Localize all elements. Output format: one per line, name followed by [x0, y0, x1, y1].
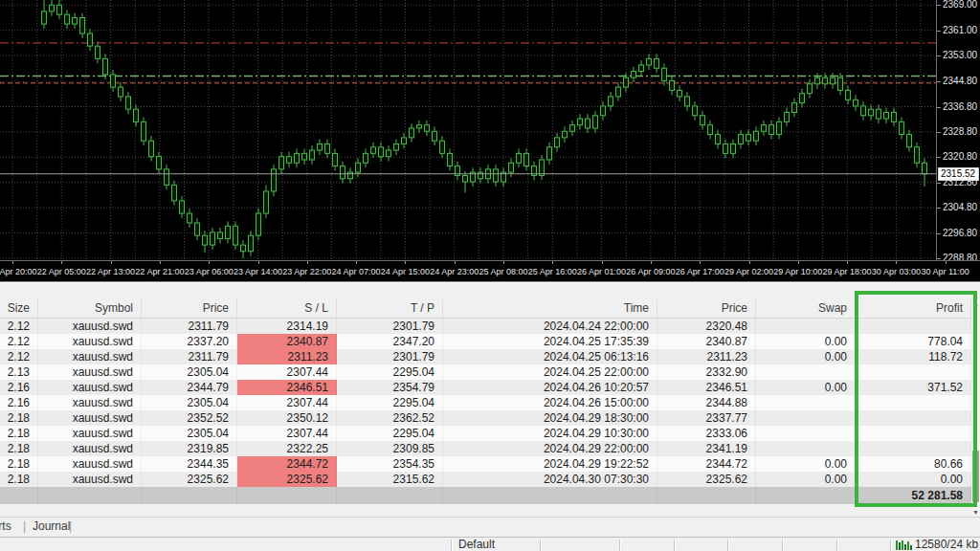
price-axis-label: 2369.00 — [943, 0, 977, 10]
cell-time: 2024.04.29 18:30:00 — [443, 410, 657, 426]
status-profile-default[interactable]: Default — [458, 539, 495, 551]
cell-profit — [856, 441, 971, 456]
cell-profit: 80.66 — [856, 456, 971, 472]
column-header-symbol[interactable]: Symbol — [38, 299, 142, 318]
cell-symbol: xauusd.swd — [38, 395, 142, 410]
trade-row[interactable]: 2.18xauusd.swd2325.622325.622315.622024.… — [0, 472, 971, 487]
statusbar-separator — [836, 540, 837, 551]
cell-symbol: xauusd.swd — [38, 426, 142, 441]
price-axis[interactable]: 2315.52 2369.002361.002353.002344.802336… — [936, 0, 980, 260]
trade-row[interactable]: 2.18xauusd.swd2305.042307.442295.042024.… — [0, 426, 971, 441]
cell-profit — [856, 319, 971, 334]
table-scrollbar[interactable]: ▲ ▼ — [971, 299, 980, 535]
cell-tp: 2354.79 — [337, 380, 443, 395]
price-axis-label: 2336.80 — [943, 102, 977, 112]
cell-swap — [756, 395, 856, 410]
tab-separator: | — [23, 519, 26, 533]
price-axis-label: 2304.80 — [943, 203, 977, 212]
cell-tp: 2295.04 — [337, 426, 443, 441]
column-header-profit[interactable]: Profit — [856, 299, 971, 318]
cell-time: 2024.04.25 17:35:39 — [443, 334, 657, 349]
time-axis-label: 24 Apr 07:00 — [332, 267, 381, 276]
cell-size: 2.18 — [0, 472, 38, 487]
cell-size: 2.13 — [0, 364, 38, 380]
cell-size: 2.12 — [0, 334, 38, 349]
column-header-price[interactable]: Price — [657, 299, 756, 318]
cell-tp: 2301.79 — [337, 319, 443, 334]
trade-row[interactable]: 2.16xauusd.swd2344.792346.512354.792024.… — [0, 380, 971, 395]
cell-price: 2319.85 — [142, 441, 237, 456]
trade-history-table: SizeSymbolPriceS / LT / PTimePriceSwapPr… — [0, 299, 971, 504]
cell-profit: 0.00 — [856, 472, 971, 487]
trade-row[interactable]: 2.12xauusd.swd2311.792311.232301.792024.… — [0, 349, 971, 364]
total-row-cell — [443, 487, 657, 504]
cell-price: 2344.35 — [142, 456, 237, 472]
price-axis-label: 2328.80 — [943, 127, 977, 137]
trade-row[interactable]: 2.18xauusd.swd2319.852322.252309.852024.… — [0, 441, 971, 456]
trade-row[interactable]: 2.12xauusd.swd2337.202340.872347.202024.… — [0, 334, 971, 349]
price-axis-tick — [937, 132, 941, 133]
time-axis-label: 29 Apr 10:00 — [773, 267, 822, 276]
time-axis-tick — [405, 261, 406, 264]
time-axis-tick — [307, 261, 308, 264]
trade-row[interactable]: 2.18xauusd.swd2352.522350.122362.522024.… — [0, 410, 971, 426]
column-header-sl[interactable]: S / L — [237, 299, 337, 318]
column-header-tp[interactable]: T / P — [337, 299, 443, 318]
total-row-cell — [0, 487, 38, 504]
table-header-row: SizeSymbolPriceS / LT / PTimePriceSwapPr… — [0, 299, 971, 319]
cell-time: 2024.04.30 07:30:30 — [443, 472, 657, 487]
price-axis-label: 2353.00 — [943, 51, 977, 60]
price-axis-label: 2320.80 — [943, 152, 977, 162]
price-axis-tick — [937, 31, 941, 32]
cell-time: 2024.04.29 22:00:00 — [443, 441, 657, 456]
cell-price: 2311.79 — [142, 319, 237, 334]
tab-experts[interactable]: Experts — [0, 519, 11, 533]
column-header-time[interactable]: Time — [443, 299, 657, 318]
time-axis-tick — [160, 261, 161, 264]
scrollbar-thumb[interactable] — [972, 451, 979, 502]
time-axis-tick — [552, 261, 553, 264]
cell-swap: 0.00 — [756, 380, 856, 395]
column-header-swap[interactable]: Swap — [756, 299, 856, 318]
candlestick-chart[interactable] — [0, 0, 936, 260]
tab-journal[interactable]: Journal — [33, 519, 70, 533]
cell-price: 2352.52 — [142, 410, 237, 426]
total-row-cell — [756, 487, 856, 504]
cell-symbol: xauusd.swd — [38, 472, 142, 487]
column-header-price[interactable]: Price — [142, 299, 237, 318]
price-chart-region: 2315.52 2369.002361.002353.002344.802336… — [0, 0, 980, 281]
trade-row[interactable]: 2.16xauusd.swd2305.042307.442295.042024.… — [0, 395, 971, 410]
cell-profit: 371.52 — [856, 380, 971, 395]
total-row-cell — [237, 487, 337, 504]
total-row-cell — [142, 487, 237, 504]
cell-size: 2.16 — [0, 380, 38, 395]
scroll-up-icon[interactable]: ▲ — [971, 299, 980, 309]
time-axis-label: 22 Apr 13:00 — [86, 267, 135, 276]
cell-symbol: xauusd.swd — [38, 334, 142, 349]
total-row: 52 281.58 — [0, 487, 971, 504]
cell-profit — [856, 395, 971, 410]
cell-sl: 2325.62 — [237, 472, 337, 487]
price-axis-tick — [937, 81, 941, 82]
cell-price: 2325.62 — [142, 472, 237, 487]
price-axis-tick — [937, 208, 941, 209]
cell-price: 2320.48 — [657, 319, 756, 334]
cell-symbol: xauusd.swd — [38, 410, 142, 426]
price-axis-tick — [937, 157, 941, 158]
time-axis[interactable]: 21 Apr 20:0022 Apr 05:0022 Apr 13:0022 A… — [0, 260, 980, 282]
trade-row[interactable]: 2.13xauusd.swd2305.042307.442295.042024.… — [0, 364, 971, 380]
trade-row[interactable]: 2.18xauusd.swd2344.352344.722354.352024.… — [0, 456, 971, 472]
cell-price: 2344.79 — [142, 380, 237, 395]
cell-price: 2305.04 — [142, 426, 237, 441]
network-traffic-icon — [896, 540, 913, 550]
cell-time: 2024.04.25 22:00:00 — [443, 364, 657, 380]
cell-profit — [856, 426, 971, 441]
cell-tp: 2295.04 — [337, 395, 443, 410]
trade-row[interactable]: 2.12xauusd.swd2311.792314.192301.792024.… — [0, 319, 971, 334]
column-header-size[interactable]: Size — [0, 299, 38, 318]
total-profit-value: 52 281.58 — [856, 487, 971, 504]
price-axis-label: 2344.80 — [943, 77, 977, 86]
cell-size: 2.12 — [0, 349, 38, 364]
cell-sl: 2307.44 — [237, 395, 337, 410]
cell-symbol: xauusd.swd — [38, 319, 142, 334]
